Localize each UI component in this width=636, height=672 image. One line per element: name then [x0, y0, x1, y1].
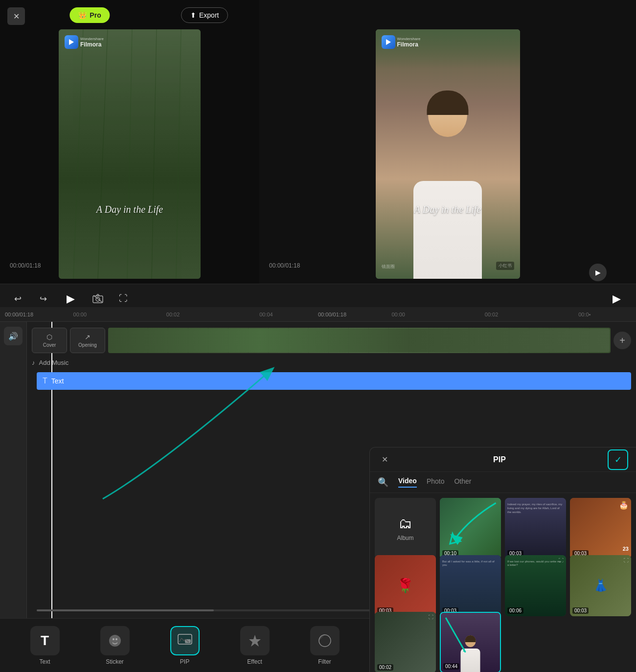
text-track-container: T Text	[37, 372, 631, 390]
video-bg-right: Wondershare Filmora A Day in the Life 镜面…	[376, 29, 520, 279]
pip-item-4[interactable]: 🌹 00:03	[375, 555, 436, 616]
filmora-logo-left	[65, 35, 78, 49]
video-title-right: A Day in the Life	[414, 204, 481, 215]
opening-button[interactable]: ↗ Opening	[70, 328, 105, 353]
watermark-right: Wondershare Filmora	[382, 35, 421, 49]
ruler-r2: 00:02	[445, 312, 538, 317]
text-track[interactable]: T Text	[37, 372, 631, 390]
effect-tool-label: Effect	[247, 658, 262, 665]
pip-item-9[interactable]: 00:44	[440, 612, 501, 672]
play-button-main[interactable]: ▶	[61, 289, 80, 309]
add-clip-button[interactable]: +	[613, 332, 631, 349]
svg-marker-5	[69, 39, 74, 45]
pip-tool-icon	[170, 626, 200, 655]
ruler-0: 00:00	[33, 312, 126, 317]
pip-tab-other[interactable]: Other	[454, 477, 471, 487]
pip-duration-9: 00:44	[443, 663, 459, 670]
pip-duration-7: 00:03	[572, 607, 589, 614]
watermark-bottom-right: 小红书	[496, 262, 514, 270]
svg-line-4	[176, 29, 181, 279]
pro-icon: 👑	[78, 11, 87, 19]
pip-tab-video[interactable]: Video	[398, 477, 417, 488]
close-button[interactable]: ✕	[7, 7, 25, 25]
ruler-2: 00:02	[126, 312, 219, 317]
preview-left: Wondershare Filmora A Day in the Life 00…	[0, 0, 259, 308]
video-title-left: A Day in the Life	[96, 204, 163, 215]
timeline-scroll-thumb[interactable]	[37, 609, 214, 611]
pip-tabs: 🔍 Video Photo Other	[370, 472, 636, 493]
audio-icon[interactable]: 🔊	[4, 327, 23, 345]
svg-marker-16	[249, 635, 261, 647]
sticker-tool-label: Sticker	[106, 658, 124, 665]
fullscreen-button[interactable]: ⛶	[115, 291, 131, 307]
text-track-label: Text	[51, 377, 64, 385]
ruler-4: 00:04	[220, 312, 313, 317]
pip-item-album[interactable]: 🗂 Album	[375, 498, 436, 559]
time-display-right: 00:00/01:18	[269, 262, 300, 269]
ruler-r3: 00:0•	[538, 312, 631, 317]
export-button[interactable]: ⬆ Export	[181, 7, 228, 23]
redo-button[interactable]: ↪	[35, 291, 51, 307]
pip-close-button[interactable]: ✕	[378, 453, 391, 467]
video-track-strip[interactable]	[108, 328, 611, 353]
opening-icon: ↗	[85, 333, 91, 341]
cover-icon: ⬡	[46, 333, 52, 341]
svg-marker-6	[386, 39, 391, 45]
sticker-tool-icon	[100, 626, 130, 655]
add-music-row[interactable]: ♪ Add Music	[32, 356, 631, 369]
watermark-filmora: Filmora	[80, 41, 104, 48]
video-bg-left: Wondershare Filmora A Day in the Life	[59, 29, 201, 279]
svg-point-11	[111, 637, 119, 645]
pip-item-2[interactable]: Indeed my prayer, my rites of sacrifice,…	[505, 498, 566, 559]
tool-text[interactable]: T Text	[30, 626, 60, 665]
pip-item-6[interactable]: If we lost our phones, would you write m…	[505, 555, 566, 616]
export-icon: ⬆	[190, 11, 196, 19]
pip-item-8[interactable]: ⛶ 00:02	[375, 612, 436, 672]
tool-effect[interactable]: Effect	[240, 626, 270, 665]
svg-point-13	[115, 638, 117, 640]
tool-pip[interactable]: PIP	[170, 626, 200, 665]
pip-search-button[interactable]: 🔍	[378, 477, 388, 488]
pip-panel: ✕ PIP ✓ 🔍 Video Photo Other 🗂 Album	[369, 447, 636, 672]
play-button-right[interactable]: ▶	[589, 264, 607, 281]
pip-tab-photo[interactable]: Photo	[427, 477, 445, 487]
album-label: Album	[397, 535, 413, 541]
watermark-left: Wondershare Filmora	[65, 35, 104, 49]
preview-area: Wondershare Filmora A Day in the Life 00…	[0, 0, 636, 308]
pro-button[interactable]: 👑 Pro	[69, 7, 110, 23]
pip-item-5[interactable]: But all I asked for was a little, if not…	[440, 555, 501, 616]
pip-grid: 🗂 Album 00:10 Indeed my prayer, my rites…	[370, 493, 636, 672]
video-frame-left: Wondershare Filmora A Day in the Life	[59, 29, 201, 279]
pip-confirm-button[interactable]: ✓	[608, 449, 628, 470]
export-label: Export	[199, 11, 219, 19]
undo-button[interactable]: ↩	[10, 291, 25, 307]
snapshot-button[interactable]	[90, 291, 106, 307]
text-track-icon: T	[43, 377, 47, 385]
pip-item-3[interactable]: 🎂 23 00:03	[570, 498, 631, 559]
cover-button[interactable]: ⬡ Cover	[32, 328, 67, 353]
opening-label: Opening	[78, 342, 97, 348]
video-frame-right: Wondershare Filmora A Day in the Life 镜面…	[376, 29, 520, 279]
add-music-label: Add Music	[39, 359, 69, 366]
pip-header: ✕ PIP ✓	[370, 448, 636, 472]
svg-line-0	[73, 29, 83, 279]
person-figure	[394, 83, 501, 279]
pip-title: PIP	[391, 455, 608, 464]
right-controls: ▶	[607, 289, 626, 309]
timeline-ruler: 00:00/01:18 00:00 00:02 00:04 00:00/01:1…	[0, 307, 636, 322]
svg-line-1	[98, 29, 108, 279]
text-tool-label: Text	[39, 658, 50, 665]
svg-line-3	[152, 29, 157, 279]
filmora-logo-right	[382, 35, 395, 49]
tool-sticker[interactable]: Sticker	[100, 626, 130, 665]
album-icon: 🗂	[399, 515, 412, 532]
pro-label: Pro	[90, 11, 101, 19]
pip-item-7[interactable]: 👗 ⛶ 00:03	[570, 555, 631, 616]
watermark-brand: Wondershare	[80, 37, 104, 41]
music-note-icon: ♪	[32, 359, 35, 366]
tool-filter[interactable]: Filter	[310, 626, 340, 665]
play-button-right-ctrl[interactable]: ▶	[607, 289, 626, 309]
pip-duration-6: 00:06	[507, 607, 523, 614]
ruler-r0: 00:00	[352, 312, 445, 317]
pip-item-1[interactable]: 00:10	[440, 498, 501, 559]
